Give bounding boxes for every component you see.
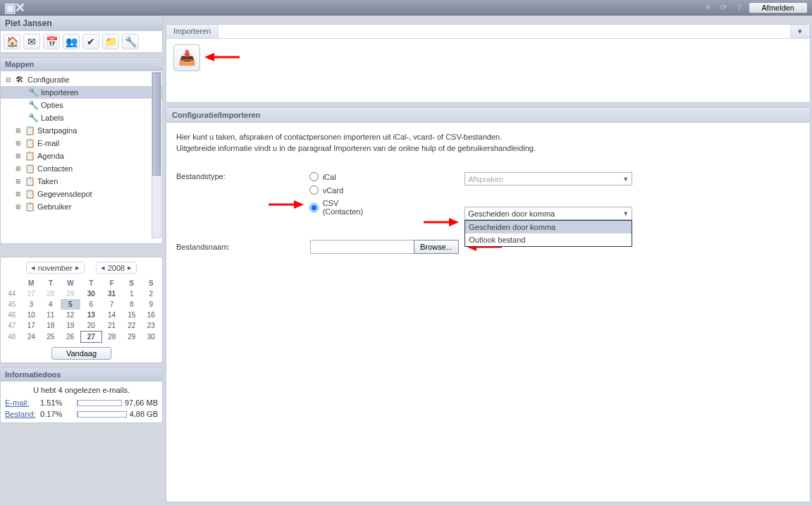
home-icon[interactable]: 🏠: [4, 34, 20, 49]
next-year-icon[interactable]: ▸: [128, 263, 132, 272]
tree-configuratie[interactable]: ⊟🛠Configuratie: [1, 73, 162, 86]
file-quota-pct: 0.17%: [40, 410, 74, 418]
prev-month-icon[interactable]: ◂: [31, 263, 35, 272]
cal-month: november: [38, 264, 73, 272]
breadcrumb: Configuratie/Importeren: [166, 108, 810, 123]
calendar-grid: MTWTFSS 44272829303112 453456789 4610111…: [2, 278, 161, 343]
annotation-arrow-icon: [269, 197, 304, 212]
svg-marker-5: [449, 218, 459, 226]
next-month-icon[interactable]: ▸: [75, 263, 80, 272]
tasks-icon[interactable]: ✔: [82, 34, 99, 49]
logo: ▣✕: [4, 0, 24, 16]
filename-input[interactable]: [310, 240, 414, 254]
tree-label: Configuratie: [27, 75, 69, 84]
tree-label: E-mail: [37, 139, 59, 147]
user-name: Piet Jansen: [1, 16, 162, 31]
cal-selected-day[interactable]: 5: [61, 299, 81, 310]
email-quota-pct: 1.51%: [40, 398, 74, 407]
tree-label: Contacten: [37, 164, 73, 173]
import-action-button[interactable]: 📥: [173, 44, 200, 71]
mail-icon[interactable]: ✉: [23, 34, 40, 49]
ribbon: Importeren ▾ 📥: [166, 24, 811, 103]
browse-button[interactable]: Browse...: [414, 240, 459, 254]
chevron-down-icon: ▼: [622, 210, 629, 217]
tree-label: Opties: [41, 101, 63, 109]
user-panel: Piet Jansen 🏠 ✉ 📅 👥 ✔ 📁 🔧: [0, 16, 163, 53]
info-heading: Informatiedoos: [1, 368, 162, 382]
calendar-icon[interactable]: 📅: [43, 34, 60, 49]
prev-year-icon[interactable]: ◂: [101, 263, 105, 272]
folders-panel: Mappen ⊟🛠Configuratie 🔧Importeren 🔧Optie…: [0, 57, 163, 244]
annotation-arrow-icon: [204, 50, 240, 64]
tree-importeren[interactable]: 🔧Importeren: [1, 86, 162, 99]
tree-label: Startpagina: [37, 126, 77, 135]
app-toolbar: 🏠 ✉ 📅 👥 ✔ 📁 🔧: [1, 31, 162, 52]
csv-format-dropdown: Gescheiden door komma Outlook bestand: [465, 220, 632, 247]
cal-year: 2008: [108, 264, 125, 272]
file-quota-bar: [77, 411, 127, 418]
help-icon[interactable]: ?: [733, 1, 746, 14]
tree-startpagina[interactable]: ⊞📋Startpagina: [1, 124, 162, 137]
refresh-icon[interactable]: ⟳: [718, 1, 730, 14]
radio-ical-label: iCal: [323, 173, 336, 181]
tree-contacten[interactable]: ⊞📋Contacten: [1, 162, 162, 175]
tree-label: Importeren: [41, 88, 78, 97]
ribbon-collapse-icon[interactable]: ▾: [790, 25, 810, 38]
tree-labels[interactable]: 🔧Labels: [1, 111, 162, 124]
depot-icon[interactable]: 📁: [102, 34, 119, 49]
filename-label: Bestandsnaam:: [176, 243, 310, 251]
cal-today[interactable]: 27: [80, 331, 102, 343]
tree-gebruiker[interactable]: ⊞📋Gebruiker: [1, 200, 162, 213]
topbar: ▣✕ ✳ ⟳ ? Afmelden: [0, 0, 812, 16]
email-quota-bar: [77, 400, 122, 406]
intro-text-2: Uitgebreide informatie vindt u in de par…: [176, 144, 800, 152]
settings-gear-icon[interactable]: ✳: [702, 1, 715, 14]
file-quota-link[interactable]: Bestand:: [5, 410, 37, 418]
contacts-icon[interactable]: 👥: [63, 34, 80, 49]
content-panel: Configuratie/Importeren Hier kunt u take…: [166, 107, 811, 502]
info-panel: Informatiedoos U hebt 4 ongelezen e-mail…: [0, 367, 163, 423]
svg-marker-1: [204, 53, 214, 61]
radio-vcard[interactable]: [309, 185, 319, 195]
tree-gegevens[interactable]: ⊞📋Gegevensdepot: [1, 188, 162, 200]
chevron-down-icon: ▼: [622, 176, 629, 183]
ribbon-tab-import[interactable]: Importeren: [166, 25, 219, 38]
config-icon[interactable]: 🔧: [122, 34, 139, 49]
svg-marker-3: [294, 200, 304, 209]
splitter[interactable]: [0, 248, 163, 253]
csv-format-value: Gescheiden door komma: [468, 209, 555, 218]
folders-heading: Mappen: [1, 58, 162, 71]
file-quota-size: 4,88 GB: [130, 410, 158, 418]
email-quota-size: 97,66 MB: [125, 398, 158, 407]
intro-text-1: Hier kunt u taken, afspraken of contactp…: [176, 133, 800, 141]
ical-target-select[interactable]: Afspraken ▼: [465, 172, 632, 185]
tree-label: Agenda: [37, 152, 64, 160]
tree-agenda[interactable]: ⊞📋Agenda: [1, 150, 162, 162]
folders-scrollbar[interactable]: [152, 72, 161, 238]
today-button[interactable]: Vandaag: [51, 347, 111, 360]
csv-option-outlook[interactable]: Outlook bestand: [465, 233, 632, 246]
tree-taken[interactable]: ⊞📋Taken: [1, 175, 162, 188]
email-quota-link[interactable]: E-mail:: [5, 398, 37, 407]
tree-email[interactable]: ⊞📋E-mail: [1, 137, 162, 150]
tree-label: Gegevensdepot: [37, 190, 92, 198]
unread-text: U hebt 4 ongelezen e-mails.: [5, 384, 158, 397]
tree-opties[interactable]: 🔧Opties: [1, 99, 162, 111]
radio-csv[interactable]: [309, 203, 319, 212]
tree-label: Labels: [41, 114, 63, 122]
tree-label: Taken: [37, 177, 58, 185]
logout-button[interactable]: Afmelden: [749, 2, 808, 13]
radio-ical[interactable]: [309, 172, 319, 181]
tree-label: Gebruiker: [37, 202, 71, 211]
csv-format-select[interactable]: Gescheiden door komma ▼: [465, 207, 632, 220]
csv-option-comma[interactable]: Gescheiden door komma: [465, 221, 632, 233]
calendar-panel: ◂november▸ ◂2008▸ MTWTFSS 44272829303112…: [0, 257, 163, 363]
radio-csv-label: CSV (Contacten): [323, 199, 381, 216]
ical-target-value: Afspraken: [468, 175, 503, 183]
radio-vcard-label: vCard: [323, 186, 343, 195]
filetype-label: Bestandstype:: [176, 172, 309, 181]
annotation-arrow-icon: [424, 215, 459, 229]
